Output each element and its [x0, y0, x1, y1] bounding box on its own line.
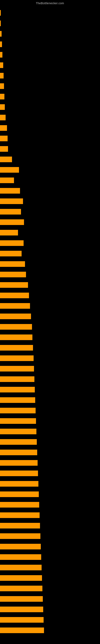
bar-label: Bottleneck result [1, 242, 19, 244]
bar: B [0, 42, 2, 47]
bar-row: Bottleneck result [0, 311, 100, 322]
bar-label: Bottleneck result [1, 441, 19, 443]
bar-label: Bottleneck result [1, 482, 19, 485]
bar-label: Bottleneck result [1, 535, 19, 537]
bar-label: E [1, 32, 1, 35]
bar-label: Bottleneck result [1, 388, 19, 391]
bar-row: Bottleneck result [0, 416, 100, 426]
bar-row: B [0, 81, 100, 91]
bar-label: Bottleneck result [1, 451, 19, 454]
bar: Bottleneck result [0, 324, 32, 330]
bar: Bottleneck result [0, 450, 37, 455]
bar: Bottleneck result [0, 606, 43, 612]
bar-row: Bottleneck result [0, 405, 100, 416]
bar: Bottleneck result [0, 628, 44, 633]
bar-row: Bottleneck result [0, 196, 100, 206]
bar-row: Bottleneck result [0, 552, 100, 562]
bar: Bottleneck result [0, 219, 24, 225]
bar-row: Bottleneck result [0, 322, 100, 332]
bar: E [0, 52, 2, 58]
bar-row: Bottleneck result [0, 478, 100, 489]
bar: Bottleneck result [0, 596, 43, 602]
bar-label: Bottleneck resu [1, 190, 17, 192]
bar: Bo [0, 62, 3, 68]
bar: Bottleneck result [0, 240, 24, 246]
bar-label: Bottleneck result [1, 284, 19, 286]
bar: Bottleneck resu [0, 251, 22, 256]
bar-row: Bottleneck result [0, 342, 100, 353]
bar-row: Bottleneck result [0, 489, 100, 500]
bar-label: B [1, 43, 2, 46]
bar-row: Bottleneck result [0, 238, 100, 248]
bar-label: Bottleneck res [1, 169, 16, 171]
bar-label: B [1, 74, 2, 77]
bar: Bottleneck result [0, 345, 33, 350]
bar: Bottl [0, 125, 7, 131]
bar-label: B [1, 85, 2, 87]
bar-label: Bottleneck result [1, 608, 19, 610]
bar: Bottleneck result [0, 272, 26, 277]
bar-label: Bottleneck result [1, 629, 19, 632]
bar-label: Bottleneck result [1, 357, 19, 360]
bar-label: Bottleneck result [1, 399, 19, 401]
bar-label: Bo [1, 64, 3, 66]
bar: Bottleneck result [0, 429, 36, 434]
bar: Bo [0, 104, 5, 110]
bar: Bottleneck result [0, 418, 36, 424]
bar-label: Bottleneck result [1, 619, 19, 621]
bar-label: Bottleneck result [1, 336, 19, 338]
bar-row: Bottleneck result [0, 583, 100, 594]
bar [0, 20, 1, 26]
bar-row: B [0, 70, 100, 81]
bar-label: Bottlenec [1, 158, 11, 160]
bar-row: Bot [0, 112, 100, 123]
bar-row: Bottleneck resu [0, 206, 100, 217]
bar: B [0, 83, 4, 89]
bar-label: Bo [1, 106, 4, 108]
bar-row: Bottl [0, 144, 100, 154]
bar-row [0, 18, 100, 28]
bar-row: Bottleneck result [0, 573, 100, 583]
bar-row: Bo [0, 102, 100, 112]
bar-row: Bottleneck result [0, 594, 100, 604]
bar: Bottleneck result [0, 565, 42, 570]
bar-row: Bottleneck result [0, 500, 100, 510]
bar-label: Bottleneck result [1, 305, 19, 307]
bar-row: Bottleneck result [0, 541, 100, 552]
bar-row: Bottleneck result [0, 468, 100, 478]
bar-row: Bottleneck result [0, 364, 100, 374]
bar-row: Bottleneck result [0, 332, 100, 342]
bar: Bottleneck result [0, 387, 35, 392]
bar-row: Bottleneck result [0, 374, 100, 384]
bar-row: Bottleneck result [0, 437, 100, 447]
bar: Bottl [0, 146, 8, 152]
bar-label: Bot [1, 116, 4, 119]
bar-row: Bottlenec [0, 154, 100, 164]
bar-row: Bottleneck resu [0, 248, 100, 259]
bar-row: E [0, 50, 100, 60]
bar-row: Bottleneck result [0, 531, 100, 541]
bar-label: Bottleneck re [1, 232, 15, 234]
bar: Bottleneck res [0, 167, 19, 173]
bar-row: Bottleneck resu [0, 186, 100, 196]
bar-label: Bottleneck result [1, 420, 19, 422]
bar: Bott [0, 136, 8, 141]
bar-label: Bottleneck result [1, 346, 19, 349]
bar: Bo [0, 94, 4, 100]
bar-row: Bottleneck result [0, 458, 100, 468]
bar: Bottleneck result [0, 282, 28, 288]
bar-row: Bottleneck result [0, 604, 100, 614]
bar: Bottleneck result [0, 303, 30, 309]
bar: Bottleneck result [0, 586, 42, 591]
bar-row: Bottleneck result [0, 217, 100, 228]
bar-label: E [1, 54, 2, 56]
bar-label: Bottleneck resu [1, 210, 17, 213]
bar: Bottleneck result [0, 533, 40, 539]
bar-label: Bo [1, 96, 4, 98]
bar-row: Bo [0, 60, 100, 70]
bar-label: Bottleneck result [1, 493, 19, 496]
bar-label: Bottleneck resu [1, 252, 17, 255]
bar: Bottleneck result [0, 481, 38, 486]
bar: Bottleneck result [0, 460, 38, 466]
bar: Bottleneck result [0, 198, 23, 204]
